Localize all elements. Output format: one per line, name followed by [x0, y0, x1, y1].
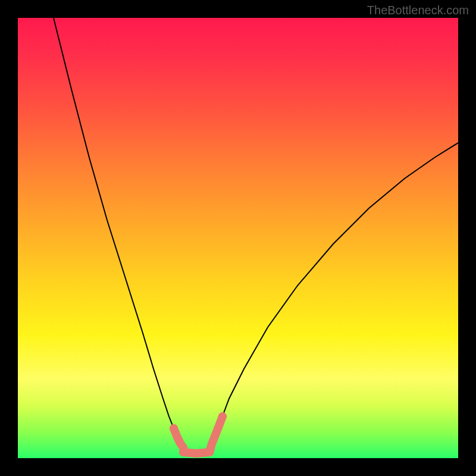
curve-right-branch	[209, 143, 458, 452]
valley-highlight-dot	[218, 412, 227, 421]
plot-area	[18, 18, 458, 458]
curve-left-branch	[54, 18, 183, 452]
valley-highlight-segment	[209, 416, 223, 452]
chart-frame: TheBottleneck.com	[0, 0, 476, 476]
curves-layer	[18, 18, 458, 458]
watermark-text: TheBottleneck.com	[367, 4, 469, 17]
valley-highlight-dot	[179, 448, 187, 456]
valley-highlight	[170, 412, 227, 456]
valley-highlight-dot	[170, 424, 178, 433]
valley-highlight-dot	[205, 448, 214, 456]
